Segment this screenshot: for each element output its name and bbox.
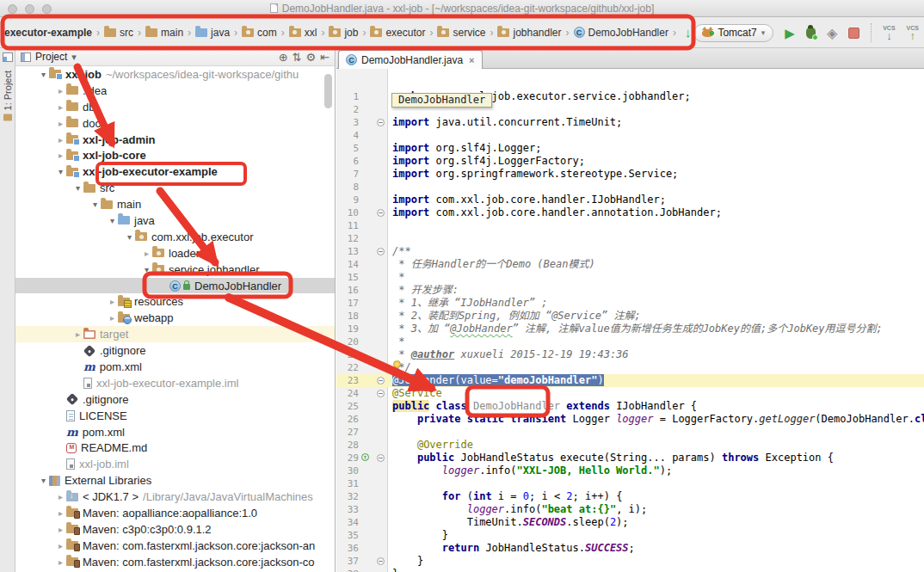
- code-line-38[interactable]: 38}: [336, 568, 924, 572]
- code-line-5[interactable]: 5import org.slf4j.Logger;: [336, 142, 924, 155]
- breadcrumb-item-job[interactable]: job: [328, 25, 359, 40]
- code-line-21[interactable]: 21 * @author xuxueli 2015-12-19 19:43:36: [336, 348, 924, 361]
- coverage-button[interactable]: ◈: [827, 25, 837, 41]
- fold-marker-icon[interactable]: −: [377, 119, 385, 126]
- code-line-8[interactable]: 8: [336, 181, 924, 194]
- code-line-25[interactable]: 25public class DemoJobHandler extends IJ…: [336, 400, 924, 413]
- tree-item-src[interactable]: ▾src: [15, 180, 335, 196]
- tree-item-maven-c3p0-c3p0-0-9-1-2[interactable]: ▸Maven: c3p0:c3p0:0.9.1.2: [15, 521, 335, 538]
- editor-tab-demojobhandler[interactable]: C DemoJobHandler.java ×: [338, 50, 483, 69]
- breadcrumb-item-main[interactable]: main: [145, 25, 184, 40]
- code-line-16[interactable]: 16 * 开发步骤:: [336, 284, 924, 297]
- expand-arrow-icon[interactable]: ▾: [89, 200, 101, 209]
- hide-panel-button[interactable]: ⇤: [320, 51, 330, 64]
- zoom-window-button[interactable]: [42, 4, 52, 14]
- tree-item-com-xxl-job-executor[interactable]: ▾com.xxl.job.executor: [15, 229, 335, 245]
- breadcrumb-item-jobhandler[interactable]: jobhandler: [496, 25, 562, 40]
- tree-item-external-libraries[interactable]: ▾External Libraries: [15, 472, 335, 489]
- code-line-34[interactable]: 34 TimeUnit.SECONDS.sleep(2);: [336, 516, 924, 529]
- code-line-12[interactable]: 12: [336, 232, 924, 245]
- tree-item-maven-com-fasterxml-jackson-core-jackson-an[interactable]: ▸Maven: com.fasterxml.jackson.core:jacks…: [15, 538, 335, 554]
- tree-item-gitignore[interactable]: .gitignore: [15, 342, 335, 359]
- tree-item-resources[interactable]: ▸resources: [15, 293, 335, 310]
- update-project-icon[interactable]: ↓: [685, 25, 692, 40]
- close-tab-icon[interactable]: ×: [469, 55, 474, 65]
- tree-item-service-jobhandler[interactable]: ▾service.jobhandler: [15, 261, 335, 278]
- expand-arrow-icon[interactable]: ▸: [55, 102, 66, 112]
- run-button[interactable]: ▶: [785, 27, 795, 40]
- code-line-17[interactable]: 17 * 1、继承 “IJobHandler” ;: [336, 297, 924, 310]
- expand-arrow-icon[interactable]: ▸: [55, 541, 66, 550]
- tree-item-xxl-job-core[interactable]: ▸xxl-job-core: [15, 147, 335, 163]
- code-line-20[interactable]: 20 *: [336, 335, 924, 348]
- code-line-14[interactable]: 14 * 任务Handler的一个Demo (Bean模式): [336, 258, 924, 271]
- code-line-7[interactable]: 7import org.springframework.stereotype.S…: [336, 168, 924, 181]
- fold-marker-icon[interactable]: −: [377, 557, 385, 565]
- expand-arrow-icon[interactable]: ▸: [55, 119, 66, 128]
- code-line-9[interactable]: 9import com.xxl.job.core.handler.IJobHan…: [336, 194, 924, 206]
- structure-popup[interactable]: DemoJobHandler: [391, 93, 492, 108]
- code-line-29[interactable]: 29↑− public JobHandleStatus execute(Stri…: [336, 452, 924, 464]
- project-tool-window-tab[interactable]: 1: Project: [3, 71, 13, 120]
- code-line-28[interactable]: 28 @Override: [336, 439, 924, 452]
- expand-arrow-icon[interactable]: ▾: [38, 476, 49, 485]
- tree-item-java[interactable]: ▾java: [15, 212, 335, 229]
- expand-arrow-icon[interactable]: ▾: [55, 167, 66, 176]
- code-area[interactable]: 1package com.xxl.job.executor.service.jo…: [336, 69, 924, 572]
- fold-marker-icon[interactable]: −: [377, 454, 385, 462]
- tree-item-doc[interactable]: ▸doc: [15, 115, 335, 132]
- breadcrumb-item-demojobhandler[interactable]: CDemoJobHandler: [573, 25, 669, 40]
- locate-file-button[interactable]: ⊕: [279, 51, 288, 64]
- code-line-36[interactable]: 36 return JobHandleStatus.SUCCESS;: [336, 542, 924, 555]
- tree-item-xxl-job-executor-example[interactable]: ▾xxl-job-executor-example: [15, 163, 335, 180]
- fold-marker-icon[interactable]: −: [377, 209, 385, 217]
- debug-button[interactable]: [806, 28, 816, 39]
- fold-marker-icon[interactable]: −: [377, 390, 385, 397]
- minimize-window-button[interactable]: [25, 4, 34, 14]
- code-line-30[interactable]: 30 logger.info("XXL-JOB, Hello World.");: [336, 464, 924, 477]
- expand-arrow-icon[interactable]: ▸: [55, 525, 66, 534]
- breadcrumb-item-service[interactable]: service: [436, 25, 486, 40]
- tree-item-maven-aopalliance-aopalliance-1-0[interactable]: ▸Maven: aopalliance:aopalliance:1.0: [15, 505, 335, 521]
- breadcrumb-item-executor[interactable]: executor: [369, 25, 426, 40]
- breadcrumb-item-com[interactable]: com: [241, 25, 278, 40]
- run-configuration-select[interactable]: Tomcat7 ▾: [693, 24, 773, 42]
- vcs-update-button[interactable]: VCS↓: [883, 25, 895, 40]
- expand-arrow-icon[interactable]: ▾: [72, 183, 83, 193]
- code-line-15[interactable]: 15 *: [336, 271, 924, 284]
- code-line-19[interactable]: 19 * 3、加 “@JobHander” 注解, 注解value值为新增任务生…: [336, 323, 924, 335]
- gear-icon[interactable]: ⚙: [305, 51, 316, 64]
- expand-arrow-icon[interactable]: ▸: [72, 329, 83, 339]
- tree-item-xxl-job-iml[interactable]: xxl-job.iml: [15, 456, 335, 472]
- code-line-31[interactable]: 31: [336, 477, 924, 490]
- expand-arrow-icon[interactable]: ▸: [55, 557, 66, 567]
- fold-marker-icon[interactable]: −: [377, 248, 385, 255]
- code-line-26[interactable]: 26 private static transient Logger logge…: [336, 413, 924, 426]
- tree-item-xxl-job-admin[interactable]: ▸xxl-job-admin: [15, 132, 335, 148]
- tree-item-gitignore[interactable]: .gitignore: [15, 391, 335, 408]
- tree-item-pom-xml[interactable]: mpom.xml: [15, 424, 335, 440]
- tree-item-main[interactable]: ▾main: [15, 196, 335, 212]
- code-line-23[interactable]: 23−@JobHander(value="demoJobHandler"): [336, 374, 924, 387]
- expand-arrow-icon[interactable]: ▾: [38, 70, 49, 79]
- code-line-10[interactable]: 10−import com.xxl.job.core.handler.annot…: [336, 206, 924, 219]
- code-line-4[interactable]: 4: [336, 129, 924, 142]
- expand-arrow-icon[interactable]: ▸: [107, 313, 118, 323]
- tree-item-webapp[interactable]: ▸webapp: [15, 310, 335, 326]
- breadcrumb-item-xxl[interactable]: xxl: [288, 25, 318, 40]
- code-line-37[interactable]: 37− }: [336, 555, 924, 568]
- override-method-icon[interactable]: ↑: [361, 453, 369, 461]
- intention-bulb-icon[interactable]: [393, 360, 401, 368]
- tree-item-xxl-job-executor-example-iml[interactable]: xxl-job-executor-example.iml: [15, 375, 335, 391]
- tree-scrollbar[interactable]: [324, 74, 332, 108]
- breadcrumb-item-src[interactable]: src: [103, 25, 134, 40]
- expand-arrow-icon[interactable]: ▾: [124, 232, 135, 242]
- expand-arrow-icon[interactable]: ▾: [141, 265, 152, 274]
- chevron-down-icon[interactable]: ▾: [71, 52, 77, 63]
- tree-item-db[interactable]: ▸db: [15, 99, 335, 115]
- tool-window-icon[interactable]: [3, 52, 13, 62]
- expand-arrow-icon[interactable]: ▸: [141, 249, 152, 258]
- code-line-13[interactable]: 13−/**: [336, 245, 924, 258]
- code-line-18[interactable]: 18 * 2、装配到Spring, 例如加 “@Service” 注解;: [336, 310, 924, 323]
- tree-item-loader[interactable]: ▸loader: [15, 245, 335, 261]
